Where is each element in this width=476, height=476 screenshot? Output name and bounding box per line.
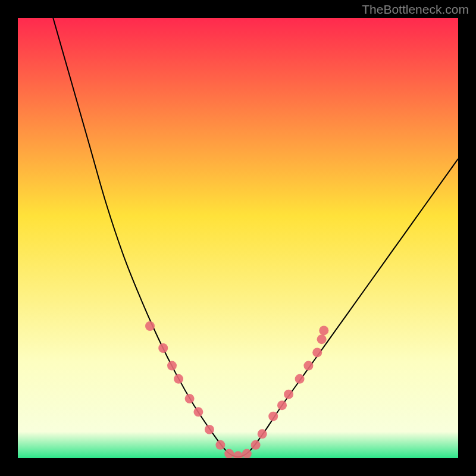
data-marker xyxy=(242,449,252,458)
data-marker xyxy=(295,374,305,384)
data-marker xyxy=(224,449,234,458)
data-marker xyxy=(319,325,328,335)
data-marker xyxy=(277,400,287,410)
bottleneck-chart xyxy=(18,18,458,458)
data-marker xyxy=(185,394,195,403)
data-marker xyxy=(303,361,313,371)
data-marker xyxy=(258,429,267,439)
data-marker xyxy=(317,334,327,344)
data-marker xyxy=(284,390,293,399)
data-marker xyxy=(174,374,183,384)
chart-background xyxy=(18,18,458,458)
data-marker xyxy=(167,361,177,371)
data-marker xyxy=(215,440,225,450)
data-marker xyxy=(312,347,322,357)
watermark-text: TheBottleneck.com xyxy=(362,2,469,17)
data-marker xyxy=(158,343,168,353)
data-marker xyxy=(193,407,203,416)
data-marker xyxy=(251,440,261,450)
data-marker xyxy=(145,321,155,331)
data-marker xyxy=(205,425,214,434)
data-marker xyxy=(268,412,278,421)
